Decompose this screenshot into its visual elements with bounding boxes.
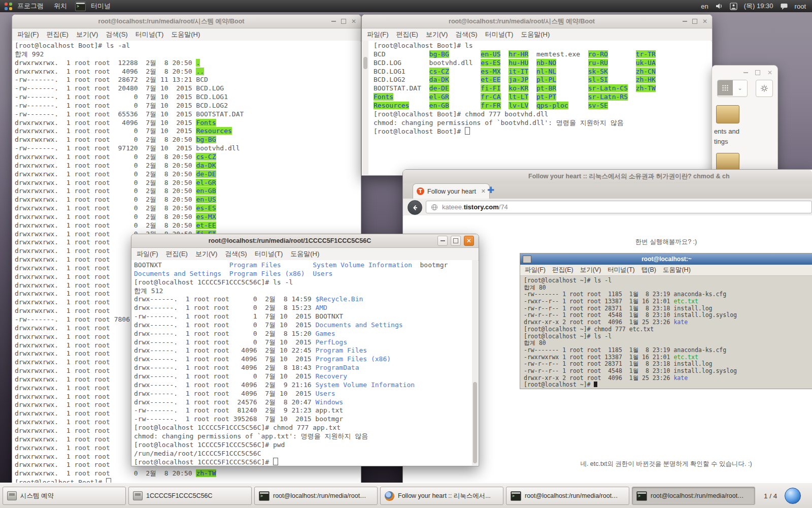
terminal-line: drwx------. 1 root root 0 2월 8 15:23 AMD	[134, 304, 472, 312]
back-button[interactable]	[408, 200, 422, 215]
folder-icon[interactable]	[716, 105, 739, 123]
gear-button[interactable]	[756, 80, 773, 97]
grid-view-icon[interactable]	[718, 80, 733, 96]
maximize-icon[interactable]	[341, 19, 346, 24]
terminal-line: BCD.LOG bootvhd.dll es-ES hu-HU nb-NO ru…	[374, 59, 711, 68]
maximize-icon[interactable]	[755, 70, 760, 75]
titlebar[interactable]: root@localhost:/run/media/root/시스템 예약/Bo…	[362, 15, 712, 28]
tab-close-icon[interactable]: ✕	[481, 188, 486, 194]
terminal-line: -rw-r--r-- 1 root root 4548 1월 8 23:10 i…	[524, 368, 812, 375]
view-toggle[interactable]: ⌄	[717, 80, 748, 97]
terminal-line: drwxrwxrwx. 1 root root 0 2월 8 20:50 es-…	[15, 213, 360, 221]
terminal-line: -rw-------. 1 root root 65536 7월 10 2015…	[15, 110, 360, 119]
taskbar-item-system-reserved[interactable]: 시스템 예약	[3, 487, 126, 505]
terminal-line: -rwxr--r-- 1 root root 13387 1월 16 21:01…	[524, 298, 812, 305]
menu-item[interactable]: 파일(F)	[137, 249, 158, 259]
user-menu[interactable]: root	[795, 3, 806, 10]
menu-item[interactable]: 도움말(H)	[171, 30, 200, 39]
folder-icon[interactable]	[716, 153, 739, 171]
taskbar-item-terminal-1[interactable]: root@localhost:/run/media/root…	[254, 487, 378, 505]
close-icon[interactable]: ✕	[767, 70, 772, 76]
terminal-line: -rw------- 1 root root 1185 1월 8 23:19 a…	[524, 347, 812, 354]
menu-item[interactable]: 도움말(H)	[663, 266, 691, 274]
minimize-icon[interactable]	[331, 21, 336, 22]
terminal-output[interactable]: BOOTNXT Program Files System Volume Info…	[131, 260, 472, 465]
menu-item[interactable]: 도움말(H)	[521, 30, 550, 39]
titlebar[interactable]: root@localhost:/run/media/root/1CCCC5F1C…	[131, 234, 479, 248]
menu-item[interactable]: 보기(V)	[426, 30, 448, 39]
minimize-icon[interactable]	[683, 21, 687, 22]
browser-tab[interactable]: T Follow your heart :: ... ✕	[413, 183, 490, 199]
clock[interactable]: (목) 19:30	[744, 2, 773, 11]
window-title: root@localhost:/run/media/root/시스템 예약/Bo…	[377, 15, 666, 28]
terminal-line: [root@localhost ~]# chmod 777 etc.txt	[524, 326, 812, 333]
menu-item[interactable]: 터미널(T)	[255, 249, 283, 259]
keyboard-layout-indicator[interactable]: en	[701, 3, 708, 10]
minimize-icon[interactable]	[743, 72, 748, 73]
places-menu[interactable]: 위치	[54, 2, 67, 11]
menu-item[interactable]: 검색(S)	[225, 249, 247, 259]
maximize-button[interactable]	[451, 236, 461, 246]
menu-item[interactable]: 검색(S)	[106, 30, 127, 39]
active-app-menu[interactable]: 터미널	[91, 2, 111, 11]
menu-item[interactable]: 도움말(H)	[290, 249, 319, 259]
taskbar-item-firefox[interactable]: Follow your heart :: 리눅스에서...	[380, 487, 503, 505]
menu-item[interactable]: 편집(E)	[47, 30, 69, 39]
close-icon[interactable]: ✕	[351, 18, 356, 24]
menu-item[interactable]: 편집(E)	[552, 266, 573, 274]
titlebar[interactable]: root@localhost:/run/media/root/시스템 예약/Bo…	[12, 15, 361, 28]
terminal-line: /run/media/root/1CCCC5F1CCC5C56C	[134, 450, 472, 458]
maximize-icon[interactable]	[692, 19, 697, 24]
taskbar-item-ntfs-volume[interactable]: 1CCCC5F1CCC5C56C	[128, 487, 252, 505]
terminal-line: drwx------. 1 root root 0 7월 10 2015 Rec…	[134, 372, 472, 381]
terminal-app-icon[interactable]	[75, 2, 86, 11]
terminal-output[interactable]: [root@localhost Boot]# lsBCD bg-BG en-US…	[368, 41, 711, 175]
new-tab-icon[interactable]: ✚	[487, 186, 494, 195]
terminal-line: -rw-------. 1 root root 0 7월 10 2015 BCD…	[15, 102, 360, 110]
menu-item[interactable]: 편집(E)	[396, 30, 418, 39]
menu-item[interactable]: 터미널(T)	[136, 30, 164, 39]
menu-item[interactable]: 보기(V)	[580, 266, 601, 274]
notification-sphere-icon[interactable]	[785, 488, 801, 504]
terminal-line: drwx------. 1 root root 4096 2월 9 21:16 …	[134, 381, 472, 390]
terminal-line: drwx------. 1 root root 4096 7월 10 2015 …	[134, 355, 472, 364]
top-panel: 프로그램 위치 터미널 en (목) 19:30 root	[0, 0, 812, 12]
close-icon[interactable]: ✕	[702, 18, 707, 24]
menu-item[interactable]: 보기(V)	[76, 30, 98, 39]
titlebar[interactable]: Follow your heart :: 리눅스에서의 소유권과 허가권이란? …	[403, 170, 812, 184]
menu-item[interactable]: 파일(F)	[367, 30, 389, 39]
screenshot-terminal-output: [root@localhost ~]# ls -l합계 80-rw-------…	[520, 276, 812, 389]
applications-menu[interactable]: 프로그램	[17, 2, 44, 11]
blog-paragraph: 한번 실행해볼까요? :)	[520, 238, 812, 246]
user-applet-icon[interactable]	[730, 3, 737, 10]
menu-item[interactable]: 터미널(T)	[485, 30, 514, 39]
volume-icon[interactable]	[715, 2, 723, 10]
tab-title: Follow your heart :: ...	[427, 188, 478, 195]
terminal-line: [root@localhost 1CCCC5F1CCC5C56C]# pwd	[134, 441, 472, 450]
terminal-line: [root@localhost 1CCCC5F1CCC5C56C]#	[134, 458, 472, 465]
menu-item[interactable]: 검색(S)	[455, 30, 477, 39]
url-bar[interactable]: kateee.tistory.com/74	[426, 201, 812, 213]
chat-icon[interactable]	[780, 3, 788, 10]
navigation-bar: kateee.tistory.com/74	[403, 199, 812, 216]
scrollbar[interactable]	[471, 260, 478, 465]
workspace-indicator[interactable]: 1 / 4	[764, 492, 777, 500]
menu-item[interactable]: 파일(F)	[525, 266, 546, 274]
menu-item[interactable]: 파일(F)	[17, 30, 39, 39]
close-button[interactable]: ✕	[464, 236, 474, 246]
minimize-button[interactable]	[437, 236, 448, 246]
terminal-line: [root@localhost ~]#	[524, 382, 812, 389]
chevron-down-icon[interactable]: ⌄	[733, 80, 747, 96]
menu-item[interactable]: 편집(E)	[166, 249, 188, 259]
taskbar-item-terminal-3[interactable]: root@localhost:/run/media/root…	[632, 487, 755, 505]
menu-item[interactable]: 터미널(T)	[607, 266, 634, 274]
terminal-line: -rw-------. 1 root root 97120 7월 10 2015…	[15, 144, 360, 153]
terminal-line: drwxrwxrwx. 1 root root 0 2월 8 20:50 bg-…	[15, 136, 360, 144]
screenshot-menubar: 파일(F)편집(E)보기(V)터미널(T)탭(B)도움말(H)	[520, 265, 812, 276]
applications-menu-icon[interactable]	[5, 3, 12, 10]
menu-item[interactable]: 탭(B)	[641, 266, 656, 274]
terminal-line: drwx------. 1 root root 0 7월 10 2015 Doc…	[134, 321, 472, 330]
terminal-line: drwxrwxrwx. 1 root root 0 2월 8 20:50 en-…	[15, 196, 360, 204]
menu-item[interactable]: 보기(V)	[195, 249, 217, 259]
taskbar-item-terminal-2[interactable]: root@localhost:/run/media/root…	[506, 487, 629, 505]
